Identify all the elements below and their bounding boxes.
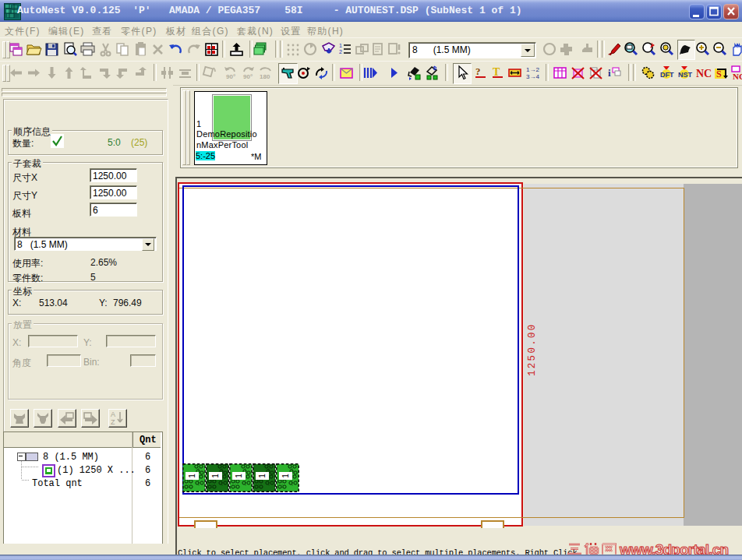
- svg-text:1: 1: [235, 474, 243, 478]
- svg-text:1: 1: [258, 474, 267, 478]
- svg-text:?: ?: [475, 65, 481, 77]
- svg-text:NC: NC: [733, 72, 742, 81]
- svg-text:2: 2: [339, 49, 342, 55]
- svg-text:T: T: [493, 66, 500, 78]
- svg-text:A: A: [111, 410, 115, 418]
- svg-text:1: 1: [211, 474, 220, 478]
- svg-text:90°: 90°: [243, 73, 253, 80]
- svg-text:Z: Z: [111, 418, 115, 426]
- svg-text:3→4: 3→4: [526, 73, 539, 80]
- svg-text:1: 1: [281, 474, 290, 478]
- svg-text:1: 1: [339, 43, 342, 48]
- svg-text:i: i: [608, 67, 611, 79]
- svg-text:DFT: DFT: [660, 71, 674, 79]
- svg-text:NST: NST: [678, 71, 693, 79]
- svg-text:1: 1: [188, 474, 196, 478]
- svg-text:S: S: [716, 69, 722, 79]
- svg-text:180: 180: [260, 73, 270, 80]
- svg-text:1→2: 1→2: [526, 66, 539, 73]
- svg-text:NC: NC: [696, 68, 712, 79]
- svg-text:90°: 90°: [226, 73, 235, 80]
- svg-text:1250.00: 1250.00: [527, 322, 538, 376]
